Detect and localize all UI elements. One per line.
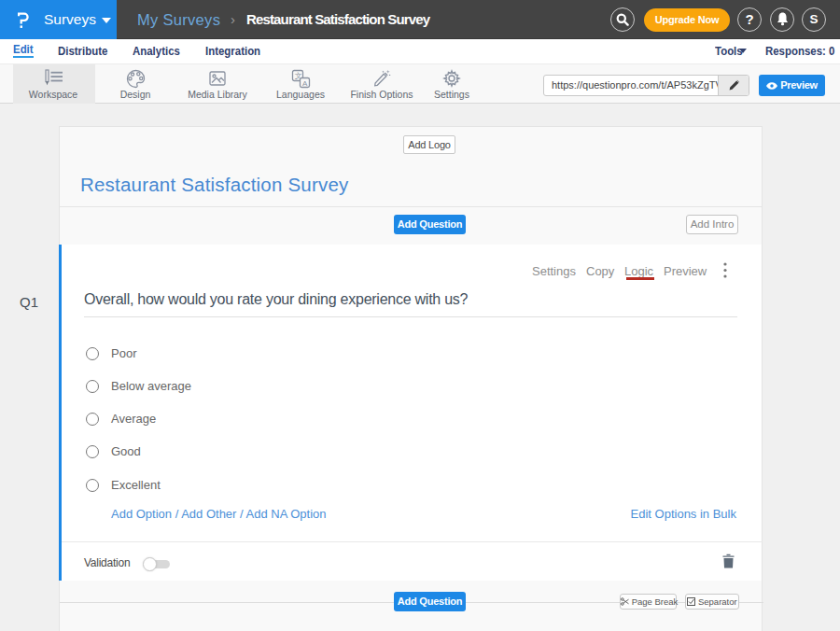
svg-text:A: A	[302, 79, 308, 88]
